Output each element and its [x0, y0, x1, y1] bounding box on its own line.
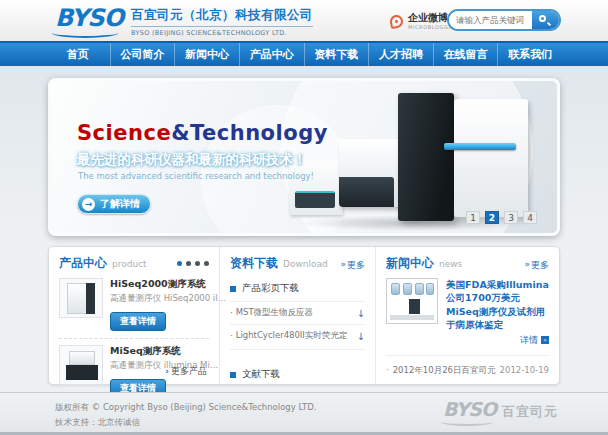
downloads-more-link[interactable]: »更多: [340, 259, 365, 272]
carousel-dot-active[interactable]: [177, 261, 182, 266]
news-center-box: 新闻中心 news »更多 美国FDA采购Illumina公司1700万美元Mi…: [376, 247, 559, 384]
carousel-dot[interactable]: [186, 261, 191, 266]
search-input[interactable]: [449, 11, 532, 29]
banner-title-navy: &Technology: [171, 121, 328, 145]
nav-item-products[interactable]: 产品中心: [239, 43, 304, 66]
arrow-right-icon: →: [82, 198, 95, 211]
nav-item-jobs[interactable]: 人才招聘: [368, 43, 433, 66]
carousel-dot[interactable]: [195, 261, 200, 266]
product-center-title-cn: 产品中心: [59, 255, 107, 272]
chevron-right-icon: ›: [165, 366, 169, 376]
banner-page-2-active[interactable]: 2: [485, 211, 499, 224]
news-thumbnail[interactable]: [386, 278, 438, 324]
download-arrow-icon[interactable]: ↓: [357, 308, 365, 319]
dash-bullet-icon: ·: [230, 308, 233, 318]
search-button[interactable]: [532, 11, 559, 29]
download-section-label: 产品彩页下载: [242, 282, 299, 295]
main-nav: 首页 公司简介 新闻中心 产品中心 资料下载 人才招聘 在线留言 联系我们: [0, 41, 608, 66]
company-logo[interactable]: BYSO 百宜司元（北京）科技有限公司 BYSO (BEIJING) SCIEN…: [55, 6, 313, 37]
instrument-cabinet: [454, 99, 528, 217]
downloads-box: 资料下载 Download »更多 产品彩页下载 · MST微型生物反应器 ↓ …: [219, 247, 376, 384]
banner-cta-label: 了解详情: [100, 197, 140, 211]
product-description: 高通量测序仪 HiSeq2000 il…: [110, 293, 209, 305]
downloads-title-cn: 资料下载: [230, 255, 278, 272]
footer-logo-acronym: BYSO: [443, 400, 496, 419]
product-item: HiSeq2000测序系统 高通量测序仪 HiSeq2000 il… 查看详情: [59, 278, 209, 331]
news-thumb-shape: [403, 283, 412, 295]
product-title[interactable]: MiSeq测序系统: [110, 345, 209, 358]
double-arrow-icon: »: [340, 259, 346, 272]
nav-item-news[interactable]: 新闻中心: [174, 43, 239, 66]
banner-title-red: Science: [77, 121, 171, 145]
nav-item-contact[interactable]: 联系我们: [497, 43, 562, 66]
more-products-label: 更多产品: [171, 366, 207, 376]
carousel-dot[interactable]: [204, 261, 209, 266]
product-title[interactable]: HiSeq2000测序系统: [110, 278, 209, 291]
news-title-cn: 新闻中心: [386, 255, 434, 272]
product-thumb-panel: [86, 283, 95, 314]
news-detail-label: 详情: [520, 335, 538, 345]
product-center-box: 产品中心 product HiSeq2000测序系统 高通量测序仪 HiSeq2…: [49, 247, 219, 384]
company-name-cn: 百宜司元（北京）科技有限公司: [131, 7, 313, 24]
banner-page-4[interactable]: 4: [523, 211, 537, 224]
product-thumb-panel: [66, 365, 98, 380]
news-header: 新闻中心 news »更多: [386, 255, 549, 272]
logo-acronym: BYSO: [55, 6, 123, 30]
downloads-more-label: 更多: [347, 259, 365, 272]
banner-subline-en: The most advanced scientific research an…: [78, 171, 314, 181]
product-thumbnail[interactable]: [59, 345, 103, 385]
news-list-item[interactable]: · 2012年10月26日百宜司元 2012-10-19: [386, 355, 549, 377]
banner-pagination: 1 2 3 4: [466, 211, 537, 224]
instrument-tower: [398, 93, 454, 221]
nav-item-downloads[interactable]: 资料下载: [304, 43, 369, 66]
dash-bullet-icon: ·: [386, 365, 389, 375]
news-title-en: news: [439, 259, 462, 269]
downloads-title-en: Download: [283, 259, 328, 269]
search-box: [447, 9, 561, 31]
product-thumbnail[interactable]: [59, 278, 103, 318]
more-products-link[interactable]: ›更多产品: [165, 365, 207, 378]
page: BYSO 百宜司元（北京）科技有限公司 BYSO (BEIJING) SCIEN…: [0, 0, 608, 435]
footer-logo-swoosh: [441, 418, 493, 426]
download-file-row[interactable]: · MST微型生物反应器 ↓: [230, 301, 365, 324]
download-section-label: 文献下载: [242, 368, 280, 381]
nav-item-about[interactable]: 公司简介: [110, 43, 175, 66]
instrument-small-slot: [295, 191, 335, 208]
nav-item-home[interactable]: 首页: [46, 43, 110, 66]
content-panel: 产品中心 product HiSeq2000测序系统 高通量测序仪 HiSeq2…: [48, 246, 560, 385]
news-more-link[interactable]: »更多: [524, 259, 549, 272]
banner-page-3[interactable]: 3: [504, 211, 518, 224]
news-more-label: 更多: [531, 259, 549, 272]
download-section-literature[interactable]: 文献下载: [230, 364, 365, 387]
hero-banner: Science&Technology 最先进的科研仪器和最新的科研技术！ The…: [48, 78, 560, 236]
banner-title: Science&Technology: [77, 121, 328, 145]
news-thumb-shape: [391, 283, 400, 295]
banner-cta-button[interactable]: → 了解详情: [77, 194, 151, 214]
download-file-name: LightCycler480II实时荧光定: [236, 330, 348, 342]
instrument-mid-panel: [339, 177, 394, 207]
banner-page-1[interactable]: 1: [466, 211, 480, 224]
top-bar: BYSO 百宜司元（北京）科技有限公司 BYSO (BEIJING) SCIEN…: [0, 0, 608, 41]
news-thumb-caption-bar: [390, 315, 434, 320]
news-list-date: 2012-10-19: [500, 365, 549, 375]
company-name-en: BYSO (BEIJING) SCIENCE&TECHNOLOGY LTD.: [131, 26, 313, 37]
download-section-brochures[interactable]: 产品彩页下载: [230, 278, 365, 301]
download-arrow-icon[interactable]: ↓: [357, 331, 365, 342]
featured-news-item: 美国FDA采购Illumina公司1700万美元MiSeq测序仪及试剂用于病原体…: [386, 278, 549, 347]
news-detail-link[interactable]: 详情»: [446, 334, 549, 347]
product-thumb-body: [69, 351, 95, 365]
downloads-header: 资料下载 Download »更多: [230, 255, 365, 272]
product-carousel-dots: [177, 261, 209, 266]
featured-news-text: 美国FDA采购Illumina公司1700万美元MiSeq测序仪及试剂用于病原体…: [446, 278, 549, 347]
view-details-button[interactable]: 查看详情: [110, 312, 166, 331]
featured-news-title[interactable]: 美国FDA采购Illumina公司1700万美元MiSeq测序仪及试剂用于病原体…: [446, 278, 549, 331]
instrument-small: [289, 161, 343, 215]
footer-text: 版权所有 © Copyright Byso (Beijing) Science&…: [55, 400, 317, 431]
logo-swoosh-decoration: [52, 28, 118, 38]
square-bullet-icon: [230, 286, 236, 292]
nav-item-message[interactable]: 在线留言: [433, 43, 498, 66]
download-file-row[interactable]: · LightCycler480II实时荧光定 ↓: [230, 324, 365, 347]
dashed-divider: [59, 338, 209, 339]
instrument-cabinet-strip: [444, 143, 516, 150]
footer-copyright: 版权所有 © Copyright Byso (Beijing) Science&…: [55, 400, 317, 415]
